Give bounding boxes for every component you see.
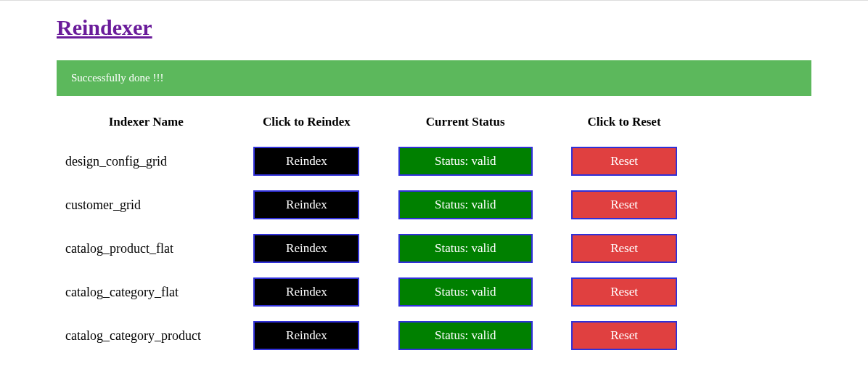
table-row: catalog_category_flatReindexStatus: vali… (57, 270, 695, 314)
header-indexer-name: Indexer Name (57, 109, 235, 139)
reindex-button[interactable]: Reindex (253, 277, 359, 307)
reset-button[interactable]: Reset (571, 190, 677, 219)
status-badge: Status: valid (398, 190, 533, 219)
table-row: customer_gridReindexStatus: validReset (57, 183, 695, 227)
header-status: Current Status (377, 109, 553, 139)
indexer-name: design_config_grid (57, 139, 235, 183)
indexer-name: catalog_category_flat (57, 270, 235, 314)
success-banner: Successfully done !!! (57, 60, 811, 96)
table-row: catalog_product_flatReindexStatus: valid… (57, 227, 695, 270)
reindex-button[interactable]: Reindex (253, 321, 359, 350)
reset-button[interactable]: Reset (571, 277, 677, 307)
indexer-name: customer_grid (57, 183, 235, 227)
indexer-table: Indexer Name Click to Reindex Current St… (57, 109, 695, 357)
status-badge: Status: valid (398, 147, 533, 176)
reindex-button[interactable]: Reindex (253, 147, 359, 176)
header-reindex: Click to Reindex (235, 109, 377, 139)
reindex-button[interactable]: Reindex (253, 234, 359, 263)
reset-button[interactable]: Reset (571, 147, 677, 176)
page-title[interactable]: Reindexer (57, 15, 152, 40)
table-row: design_config_gridReindexStatus: validRe… (57, 139, 695, 183)
indexer-name: catalog_product_flat (57, 227, 235, 270)
status-badge: Status: valid (398, 277, 533, 307)
reset-button[interactable]: Reset (571, 321, 677, 350)
indexer-name: catalog_category_product (57, 314, 235, 357)
status-badge: Status: valid (398, 234, 533, 263)
status-badge: Status: valid (398, 321, 533, 350)
reindex-button[interactable]: Reindex (253, 190, 359, 219)
reset-button[interactable]: Reset (571, 234, 677, 263)
table-row: catalog_category_productReindexStatus: v… (57, 314, 695, 357)
header-reset: Click to Reset (553, 109, 695, 139)
